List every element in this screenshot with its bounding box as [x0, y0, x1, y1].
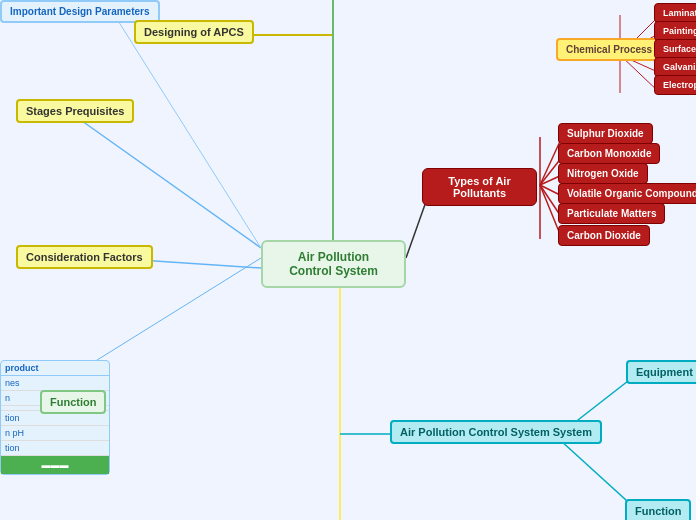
types-air-node[interactable]: Types of Air Pollutants	[422, 168, 537, 206]
list-item: n pH	[1, 426, 109, 441]
carbon-di-node[interactable]: Carbon Dioxide	[558, 225, 650, 246]
apcs-system-node[interactable]: Air Pollution Control System System	[390, 420, 602, 444]
product-label: product	[1, 361, 109, 376]
svg-line-2	[75, 116, 261, 248]
function-right-node[interactable]: Function	[625, 499, 691, 520]
consideration-node[interactable]: Consideration Factors	[16, 245, 153, 269]
surface-c-node[interactable]: Surface C...	[654, 39, 696, 59]
function-left-node[interactable]: Function	[40, 390, 106, 414]
galvanizing-node[interactable]: Galvanizing	[654, 57, 696, 77]
sulphur-node[interactable]: Sulphur Dioxide	[558, 123, 653, 144]
equipment-node[interactable]: Equipment	[626, 360, 696, 384]
left-button[interactable]: ▬▬▬	[1, 456, 109, 474]
stages-node[interactable]: Stages Prequisites	[16, 99, 134, 123]
svg-line-25	[110, 8, 261, 248]
mindmap-canvas: Important Design Parameters Designing of…	[0, 0, 696, 520]
particulate-node[interactable]: Particulate Matters	[558, 203, 665, 224]
list-item: tion	[1, 441, 109, 456]
chemical-process-node[interactable]: Chemical Process	[556, 38, 662, 61]
left-list-container: product nes n tion n pH tion ▬▬▬	[0, 360, 110, 475]
painting-node[interactable]: Painting	[654, 21, 696, 41]
lamination-node[interactable]: Lamination	[654, 3, 696, 23]
nitrogen-node[interactable]: Nitrogen Oxide	[558, 163, 648, 184]
list-item: nes	[1, 376, 109, 391]
voc-node[interactable]: Volatile Organic Compounds	[558, 183, 696, 204]
electro-node[interactable]: Electroph...	[654, 75, 696, 95]
central-node[interactable]: Air Pollution Control System	[261, 240, 406, 288]
carbon-mono-node[interactable]: Carbon Monoxide	[558, 143, 660, 164]
designing-node[interactable]: Designing of APCS	[134, 20, 254, 44]
